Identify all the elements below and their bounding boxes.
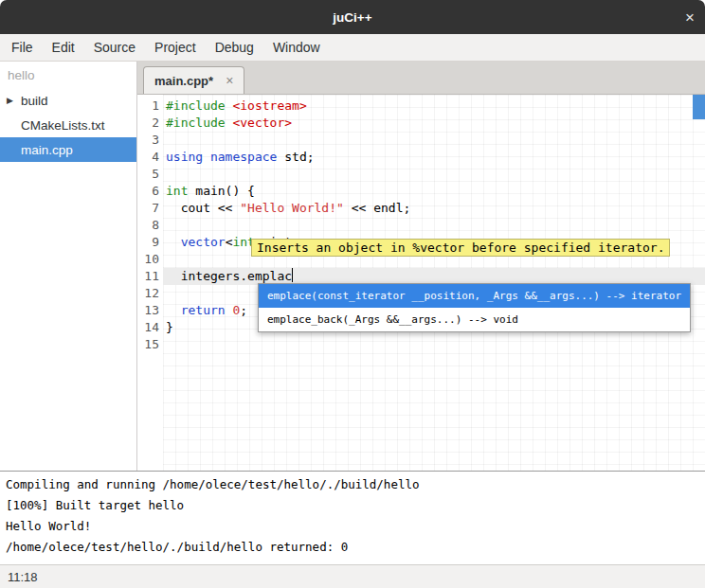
tab-label: main.cpp* [154, 74, 213, 88]
cursor-position: 11:18 [8, 570, 38, 584]
code-token [166, 235, 181, 249]
menubar: FileEditSourceProjectDebugWindow [0, 34, 705, 62]
doc-tooltip: Inserts an object in %vector before spec… [251, 239, 670, 257]
code-token: <iostream> [232, 98, 306, 113]
text-caret [292, 268, 293, 282]
code-token: <vector> [232, 116, 292, 130]
line-number: 8 [137, 217, 159, 234]
titlebar[interactable]: juCi++ × [0, 0, 705, 34]
code-token: main() { [188, 184, 254, 198]
line-number: 10 [137, 251, 159, 268]
line-number: 5 [137, 166, 159, 183]
line-number: 6 [137, 183, 159, 200]
line-number-gutter: 123456789101112131415 [137, 95, 163, 471]
tree-item-label: CMakeLists.txt [21, 118, 105, 133]
code-token: integers.emplac [166, 269, 292, 283]
completion-item[interactable]: emplace(const_iterator __position, _Args… [259, 284, 690, 308]
code-line-7[interactable]: cout << "Hello World!" << endl; [163, 200, 705, 217]
code-line-4[interactable]: using namespace std; [163, 149, 705, 166]
doc-tooltip-text: Inserts an object in %vector before spec… [257, 241, 664, 255]
editor-tabs[interactable]: main.cpp* × [137, 62, 705, 95]
code-line-1[interactable]: #include <iostream> [163, 98, 705, 115]
expander-icon[interactable]: ▶ [7, 96, 21, 105]
code-token: #include [166, 116, 226, 130]
line-number: 14 [137, 319, 159, 336]
line-number: 2 [137, 115, 159, 132]
completion-item[interactable]: emplace_back(_Args &&__args...) --> void [259, 308, 690, 331]
menu-item-edit[interactable]: Edit [43, 34, 84, 61]
line-number: 13 [137, 302, 159, 319]
code-token: ; [240, 303, 247, 317]
code-token: vector [181, 235, 226, 249]
tree-item-cmakelists-txt[interactable]: CMakeLists.txt [0, 113, 136, 137]
terminal-line: /home/olece/test/hello/./build/hello ret… [6, 537, 705, 558]
line-number: 3 [137, 132, 159, 149]
menu-item-debug[interactable]: Debug [206, 34, 263, 61]
code-token: using [166, 150, 203, 164]
window-title: juCi++ [0, 0, 705, 34]
editor-pane: main.cpp* × 123456789101112131415 #inclu… [137, 62, 705, 471]
file-tree[interactable]: ▶buildCMakeLists.txtmain.cpp [0, 88, 136, 162]
code-token: cout << [166, 201, 240, 215]
line-number: 15 [137, 336, 159, 353]
tree-item-main-cpp[interactable]: main.cpp [0, 137, 136, 162]
project-label: hello [0, 62, 136, 88]
terminal-output: Compiling and running /home/olece/test/h… [6, 474, 705, 558]
terminal-line: Compiling and running /home/olece/test/h… [6, 474, 705, 495]
tree-item-build[interactable]: ▶build [0, 88, 136, 113]
tree-item-label: build [21, 94, 48, 108]
code-line-2[interactable]: #include <vector> [163, 115, 705, 132]
code-token: #include [166, 98, 226, 113]
code-token: << endl; [344, 201, 410, 215]
line-number: 11 [137, 268, 159, 285]
close-icon[interactable]: × [685, 9, 695, 26]
main-area: hello ▶buildCMakeLists.txtmain.cpp main.… [0, 62, 705, 471]
line-number: 7 [137, 200, 159, 217]
code-line-6[interactable]: int main() { [163, 183, 705, 200]
statusbar: 11:18 [0, 564, 705, 588]
code-line-8[interactable] [163, 217, 705, 234]
terminal-panel[interactable]: Compiling and running /home/olece/test/h… [0, 471, 705, 564]
line-number: 12 [137, 285, 159, 302]
menu-item-file[interactable]: File [2, 34, 43, 61]
line-number: 1 [137, 98, 159, 115]
editor-scrollbar-thumb[interactable] [693, 95, 705, 119]
code-token: "Hello World!" [240, 201, 344, 215]
line-number: 4 [137, 149, 159, 166]
line-number: 9 [137, 234, 159, 251]
menu-item-window[interactable]: Window [263, 34, 330, 61]
code-token: return [181, 303, 226, 317]
tab-main-cpp[interactable]: main.cpp* × [143, 66, 244, 94]
code-token [166, 303, 181, 317]
file-browser-sidebar[interactable]: hello ▶buildCMakeLists.txtmain.cpp [0, 62, 137, 471]
code-line-3[interactable] [163, 132, 705, 149]
code-line-5[interactable] [163, 166, 705, 183]
code-token: } [166, 320, 173, 334]
code-token [203, 150, 210, 164]
tab-close-icon[interactable]: × [226, 74, 233, 87]
menu-item-project[interactable]: Project [145, 34, 206, 61]
code-editor[interactable]: 123456789101112131415 #include <iostream… [137, 95, 705, 471]
code-token: int [166, 184, 188, 198]
code-token: namespace [210, 150, 277, 164]
terminal-line: [100%] Built target hello [6, 495, 705, 516]
app-window: juCi++ × FileEditSourceProjectDebugWindo… [0, 0, 705, 588]
completion-popup[interactable]: emplace(const_iterator __position, _Args… [258, 283, 691, 332]
code-token: std; [277, 150, 314, 164]
terminal-line: Hello World! [6, 516, 705, 537]
menu-item-source[interactable]: Source [84, 34, 145, 61]
code-line-15[interactable] [163, 336, 705, 353]
tree-item-label: main.cpp [21, 143, 73, 157]
